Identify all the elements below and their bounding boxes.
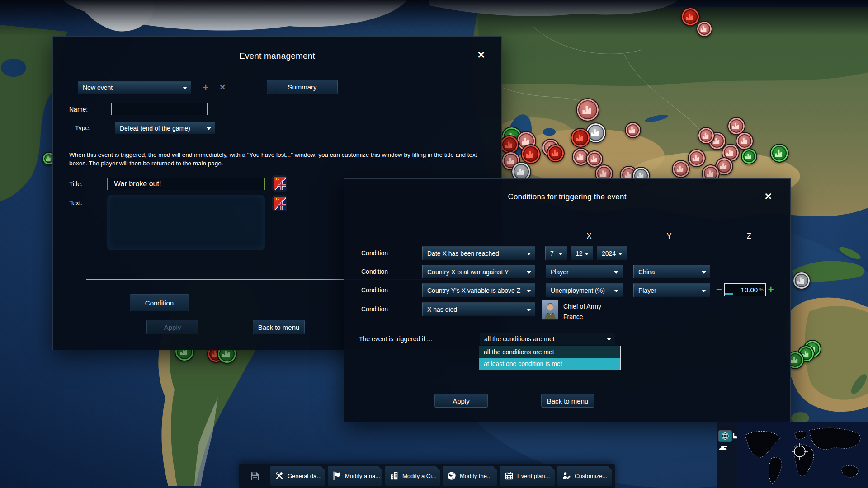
city-badge[interactable] [793, 272, 811, 290]
building-icon [389, 471, 399, 481]
city-skyline-icon [551, 148, 561, 158]
city-badge[interactable] [547, 144, 565, 162]
delete-event-icon[interactable]: ✕ [216, 81, 229, 94]
minimap-globe-button[interactable] [719, 431, 731, 441]
city-badge[interactable] [696, 21, 712, 37]
title-label: Title: [69, 180, 83, 188]
day-select[interactable]: 7 [545, 246, 567, 260]
dialog-title: Conditions for triggering the event [344, 192, 790, 202]
increase-value-button[interactable]: + [768, 285, 774, 295]
toolbar-modify-city-button[interactable]: Modify a Ci... [385, 466, 440, 486]
condition-type-value: Date X has been reached [427, 250, 499, 257]
toolbar-modify-nation-button[interactable]: Modify a na... [328, 466, 382, 486]
tools-icon [274, 471, 284, 481]
city-badge[interactable] [672, 160, 690, 178]
city-skyline-icon [731, 121, 741, 131]
conditions-dialog: Conditions for triggering the event ✕ X … [344, 178, 791, 422]
condition-type-select[interactable]: Country Y's X variable is above Z [422, 283, 535, 297]
day-value: 7 [550, 250, 554, 257]
country-y-value: Player [638, 287, 656, 294]
city-skyline-icon [790, 355, 800, 365]
city-badge[interactable] [736, 132, 754, 150]
close-icon[interactable]: ✕ [764, 192, 772, 201]
event-select[interactable]: New event [78, 81, 191, 94]
city-skyline-icon [692, 153, 702, 163]
condition-type-value: Country Y's X variable is above Z [427, 287, 520, 294]
toolbar-button-label: General da... [288, 473, 321, 479]
city-badge[interactable] [681, 7, 700, 26]
city-badge[interactable] [625, 122, 641, 138]
condition-type-select[interactable]: Date X has been reached [422, 246, 535, 260]
city-badge[interactable] [698, 127, 715, 144]
character-portrait[interactable] [542, 300, 558, 320]
trigger-mode-select[interactable]: all the conditions are met [480, 333, 615, 345]
event-select-value: New event [83, 84, 113, 91]
close-icon[interactable]: ✕ [477, 50, 485, 60]
condition-row-label: Condition [361, 249, 388, 257]
toolbar-button-label: Customize... [575, 473, 607, 479]
type-select[interactable]: Defeat (end of the game) [115, 122, 215, 134]
country-x-value: Player [551, 268, 569, 276]
toolbar-customize-button[interactable]: Customize... [557, 466, 612, 486]
toolbar-button-label: Modify a na... [345, 473, 380, 479]
year-select[interactable]: 2024 [597, 246, 627, 260]
city-skyline-icon [676, 164, 686, 174]
dialog-title: Event management [53, 51, 501, 61]
type-select-value: Defeat (end of the game) [120, 125, 190, 132]
city-skyline-icon [525, 149, 536, 160]
minimap-world[interactable] [737, 422, 868, 488]
country-y-select[interactable]: Player [633, 283, 710, 297]
apply-button[interactable]: Apply [434, 394, 488, 408]
add-event-icon[interactable]: + [199, 81, 212, 94]
city-badge[interactable] [688, 149, 706, 167]
city-badge[interactable] [521, 144, 541, 164]
country-x-select[interactable]: Player [546, 265, 623, 278]
city-skyline-icon [628, 126, 637, 134]
city-skyline-icon [719, 161, 729, 171]
variable-select[interactable]: Unemployment (%) [546, 283, 623, 297]
apply-button[interactable]: Apply [146, 320, 198, 334]
country-y-select[interactable]: China [633, 265, 710, 278]
trigger-mode-value: all the conditions are met [484, 335, 555, 343]
threshold-input[interactable] [729, 286, 758, 294]
city-badge[interactable] [571, 128, 590, 148]
city-skyline-icon [745, 152, 753, 160]
event-title-input[interactable] [107, 178, 265, 190]
condition-type-select[interactable]: X has died [422, 302, 535, 316]
city-skyline-icon [581, 103, 594, 117]
toolbar-modify-world-button[interactable]: Modify the... [443, 466, 497, 486]
summary-button[interactable]: Summary [267, 80, 338, 94]
toolbar-button-label: Modify the... [460, 473, 492, 479]
decrease-value-button[interactable]: − [716, 285, 722, 295]
city-badge[interactable] [770, 144, 789, 163]
trigger-option-any[interactable]: at least one condition is met [479, 358, 620, 370]
condition-type-value: Country X is at war against Y [427, 268, 509, 276]
toolbar-event-planner-button[interactable]: Event plan... [500, 466, 555, 486]
city-skyline-icon [702, 131, 711, 140]
toolbar-general-data-button[interactable]: General da... [270, 466, 325, 486]
type-label: Type: [75, 124, 90, 131]
language-flag-icon[interactable] [274, 197, 286, 210]
language-flag-icon[interactable] [274, 177, 286, 190]
flag-icon [332, 471, 342, 481]
condition-type-select[interactable]: Country X is at war against Y [422, 265, 535, 278]
slider-chip [725, 293, 733, 295]
trigger-option-all[interactable]: all the conditions are met [479, 346, 620, 358]
save-button[interactable] [247, 469, 263, 484]
city-badge[interactable] [741, 148, 757, 164]
month-select[interactable]: 12 [571, 246, 593, 260]
back-to-menu-button[interactable]: Back to menu [541, 394, 594, 408]
mod-toolbar: General da... Modify a na... Modify a Ci [239, 464, 615, 488]
city-skyline-icon [516, 166, 527, 177]
save-icon [249, 470, 261, 482]
event-text-input[interactable] [107, 195, 265, 250]
name-input[interactable] [111, 103, 208, 115]
back-to-menu-button[interactable]: Back to menu [253, 320, 305, 334]
threshold-unit: % [759, 287, 764, 292]
toolbar-button-label: Event plan... [517, 473, 550, 479]
city-badge[interactable] [576, 98, 599, 122]
condition-button[interactable]: Condition [130, 294, 189, 311]
minimap-tank-icon[interactable] [719, 444, 728, 452]
year-value: 2024 [602, 250, 616, 257]
game-screen: Event management ✕ New event + ✕ Summary… [0, 0, 868, 488]
